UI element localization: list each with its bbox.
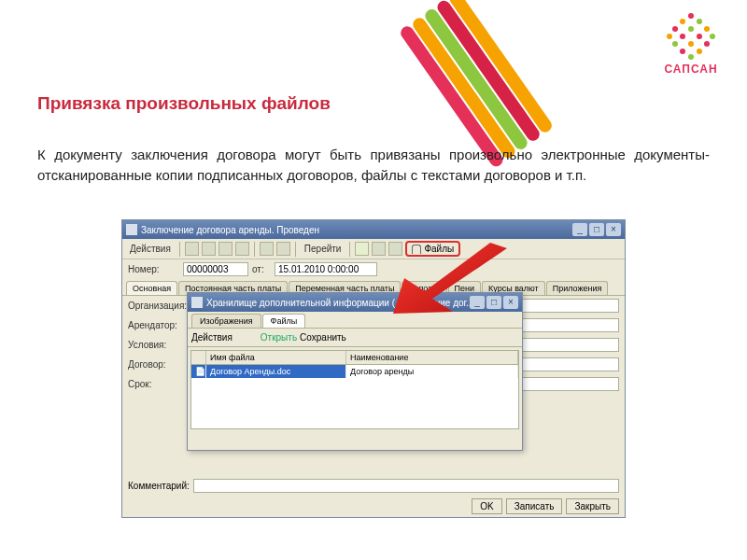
- close-button[interactable]: ×: [503, 296, 518, 309]
- open-button[interactable]: Открыть: [261, 332, 297, 343]
- tab-files[interactable]: Файлы: [262, 314, 306, 328]
- child-window-title: Хранилище дополнительной информации ( За…: [206, 298, 470, 308]
- table-row[interactable]: 📄 Договор Аренды.doc Договор аренды: [191, 365, 518, 378]
- storage-window: Хранилище дополнительной информации ( За…: [187, 292, 523, 451]
- org-label: Организация:: [128, 301, 193, 311]
- toolbar-icon[interactable]: [276, 242, 290, 256]
- toolbar-icon[interactable]: [218, 242, 233, 256]
- window-icon: [126, 224, 137, 235]
- main-toolbar: Действия Перейти Файлы: [122, 239, 625, 259]
- maximize-button[interactable]: □: [589, 223, 604, 236]
- header-decoration: САПСАН: [448, 0, 747, 89]
- number-input[interactable]: [183, 262, 248, 276]
- cond-label: Условия:: [128, 340, 193, 350]
- child-titlebar[interactable]: Хранилище дополнительной информации ( За…: [188, 293, 522, 312]
- comment-label: Комментарий:: [128, 481, 193, 491]
- page-title: Привязка произвольных файлов: [37, 93, 331, 114]
- toolbar-icon[interactable]: [202, 242, 216, 256]
- save-button[interactable]: Сохранить: [300, 332, 346, 343]
- go-menu[interactable]: Перейти: [301, 243, 345, 255]
- files-button[interactable]: Файлы: [405, 241, 460, 257]
- help-icon[interactable]: [355, 242, 369, 256]
- brand-name: САПСАН: [663, 63, 719, 76]
- number-label: Номер:: [128, 264, 179, 274]
- toolbar-icon[interactable]: [372, 242, 386, 256]
- brand-logo: САПСАН: [663, 9, 719, 76]
- maximize-button[interactable]: □: [486, 296, 501, 309]
- ok-button[interactable]: OK: [472, 498, 501, 514]
- tab-main[interactable]: Основная: [126, 281, 177, 295]
- comment-input[interactable]: [193, 479, 619, 493]
- cell-filename: Договор Аренды.doc: [206, 365, 346, 378]
- close-button[interactable]: Закрыть: [566, 498, 619, 514]
- col-filename[interactable]: Имя файла: [206, 351, 346, 364]
- main-window-title: Заключение договора аренды. Проведен: [141, 225, 572, 235]
- toolbar-icon[interactable]: [235, 242, 249, 256]
- child-actions-menu[interactable]: Действия: [191, 332, 233, 343]
- toolbar-icon[interactable]: [388, 242, 402, 256]
- minimize-button[interactable]: _: [572, 223, 587, 236]
- main-titlebar[interactable]: Заключение договора аренды. Проведен _ □…: [122, 220, 625, 239]
- tenant-label: Арендатор:: [128, 320, 193, 330]
- date-input[interactable]: [275, 262, 377, 276]
- actions-menu[interactable]: Действия: [126, 243, 175, 255]
- window-icon: [191, 297, 203, 308]
- paperclip-icon: [412, 245, 421, 254]
- file-grid[interactable]: Имя файла Наименование 📄 Договор Аренды.…: [190, 350, 519, 429]
- toolbar-icon[interactable]: [260, 242, 274, 256]
- child-toolbar: Действия Открыть Сохранить: [188, 329, 522, 347]
- minimize-button[interactable]: _: [470, 296, 485, 309]
- doc-icon: 📄: [191, 365, 206, 378]
- color-stripes: [398, 0, 647, 169]
- page-description: К документу заключения договора могут бы…: [37, 145, 710, 186]
- child-tabs: Изображения Файлы: [188, 312, 522, 329]
- term-label: Срок:: [128, 379, 193, 389]
- files-label: Файлы: [424, 244, 454, 254]
- col-name[interactable]: Наименование: [346, 351, 518, 364]
- grid-header: Имя файла Наименование: [191, 351, 518, 365]
- from-label: от:: [252, 264, 271, 274]
- close-button[interactable]: ×: [606, 223, 621, 236]
- tab-images[interactable]: Изображения: [191, 314, 261, 328]
- contract-label: Договор:: [128, 359, 193, 370]
- save-button[interactable]: Записать: [506, 498, 563, 514]
- toolbar-icon[interactable]: [185, 242, 199, 256]
- cell-name: Договор аренды: [346, 365, 518, 378]
- tab-attach[interactable]: Приложения: [546, 281, 609, 295]
